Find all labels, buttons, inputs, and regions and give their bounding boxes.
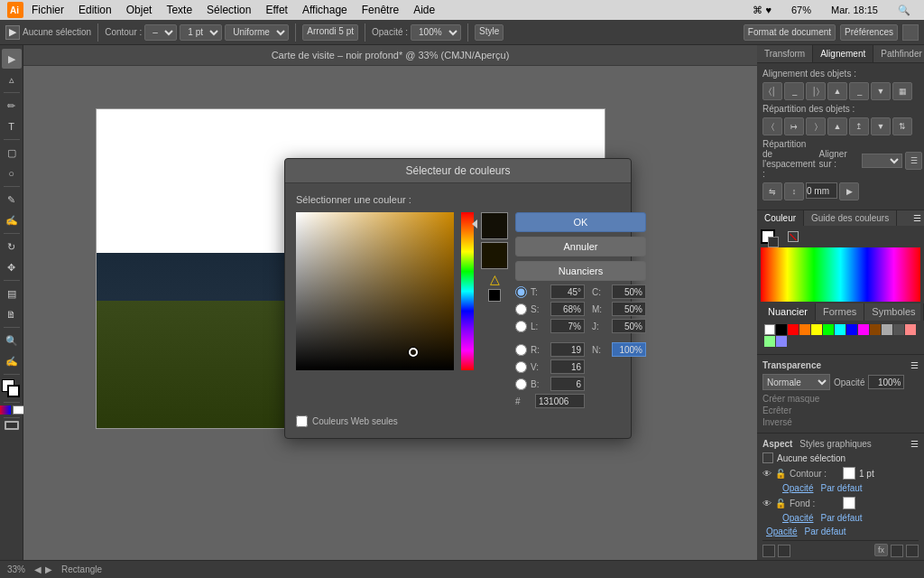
tab-nuancier[interactable]: Nuancier xyxy=(761,303,816,321)
scale-tool-btn[interactable]: ✥ xyxy=(2,257,22,277)
inverse-btn[interactable]: Inversé xyxy=(762,417,919,427)
align-center-v-btn[interactable]: ⎯ xyxy=(849,82,869,100)
tab-pathfinder[interactable]: Pathfinder xyxy=(873,45,924,62)
swatch-white[interactable] xyxy=(764,324,775,335)
distrib-bottom-btn[interactable]: ▼ xyxy=(871,117,891,135)
swatch-black[interactable] xyxy=(776,324,787,335)
hue-slider[interactable] xyxy=(461,212,474,370)
create-mask-btn[interactable]: Créer masque xyxy=(762,394,919,404)
fond-color-swatch[interactable] xyxy=(843,497,855,509)
gradient-square[interactable] xyxy=(296,212,454,370)
select-tool-btn[interactable]: ▶ xyxy=(2,49,22,69)
swatch-brown[interactable] xyxy=(870,324,881,335)
menu-affichage[interactable]: Affichage xyxy=(296,2,354,18)
R-radio[interactable] xyxy=(515,344,527,356)
swatch-darkgray[interactable] xyxy=(893,324,904,335)
tab-formes[interactable]: Formes xyxy=(816,303,864,321)
J-input[interactable] xyxy=(612,319,646,333)
tab-transform[interactable]: Transform xyxy=(757,45,813,62)
stroke-size-select[interactable]: 1 pt xyxy=(180,24,222,41)
color-spectrum[interactable] xyxy=(761,247,920,302)
gamut-color[interactable] xyxy=(488,289,501,302)
direct-select-btn[interactable]: ▵ xyxy=(2,70,22,89)
menu-edition[interactable]: Edition xyxy=(72,2,118,18)
tab-couleur[interactable]: Couleur xyxy=(757,210,804,226)
align-on-extra-btn[interactable]: ☰ xyxy=(905,152,921,170)
bg-swatch[interactable] xyxy=(768,237,779,247)
T-input[interactable] xyxy=(550,284,585,299)
swatch-gray[interactable] xyxy=(882,324,892,335)
fx-label[interactable]: fx xyxy=(874,545,888,557)
aspect-tool-2[interactable] xyxy=(778,545,790,557)
distrib-v-btn[interactable]: ↥ xyxy=(849,117,869,135)
spacing-input[interactable] xyxy=(806,182,837,199)
pencil-tool-btn[interactable]: ✍ xyxy=(2,210,22,230)
menu-fenetre[interactable]: Fenêtre xyxy=(356,2,405,18)
B-radio[interactable] xyxy=(515,378,527,390)
menu-fichier[interactable]: Fichier xyxy=(25,2,70,18)
gradient-tool-btn[interactable]: ▤ xyxy=(2,284,22,303)
menu-aide[interactable]: Aide xyxy=(407,2,441,18)
nuanciers-btn[interactable]: Nuanciers xyxy=(515,261,646,281)
align-right-btn[interactable]: │〉 xyxy=(806,82,826,100)
align-top-btn[interactable]: ▲ xyxy=(827,82,847,100)
none-swatch[interactable] xyxy=(788,231,799,242)
ecreter-btn[interactable]: Ecrêter xyxy=(762,406,919,415)
contour-color-swatch[interactable] xyxy=(843,467,855,480)
gamut-warning-icon[interactable]: △ xyxy=(490,272,500,286)
stroke-swatch[interactable] xyxy=(7,385,20,397)
align-extra-btn[interactable]: ▦ xyxy=(892,82,912,100)
R-input[interactable] xyxy=(550,342,585,357)
swatch-pink[interactable] xyxy=(905,324,916,335)
pen-tool-btn[interactable]: ✏ xyxy=(2,96,22,116)
swatch-lightblue[interactable] xyxy=(776,336,787,347)
ellipse-tool-btn[interactable]: ○ xyxy=(2,163,22,183)
aspect-menu[interactable]: ☰ xyxy=(910,439,919,449)
trans-menu[interactable]: ☰ xyxy=(910,360,919,370)
next-page-btn[interactable]: ▶ xyxy=(45,564,52,574)
swatch-blue[interactable] xyxy=(846,324,857,335)
format-document-btn[interactable]: Format de document xyxy=(744,24,836,41)
distrib-h-btn[interactable]: ↦ xyxy=(784,117,804,135)
swatch-orange[interactable] xyxy=(799,324,810,335)
N-input[interactable] xyxy=(612,342,646,357)
web-colors-checkbox[interactable] xyxy=(296,415,308,427)
opacity-input-trans[interactable] xyxy=(868,375,904,389)
style-dropdown[interactable]: Style xyxy=(475,24,504,41)
eyedropper-btn[interactable]: 🗎 xyxy=(2,304,22,324)
color-btn[interactable] xyxy=(0,406,11,415)
color-panel-menu[interactable]: ☰ xyxy=(910,210,924,226)
prev-page-btn[interactable]: ◀ xyxy=(34,564,42,574)
swatch-red[interactable] xyxy=(788,324,799,335)
rect-tool-btn[interactable]: ▢ xyxy=(2,143,22,163)
ok-btn[interactable]: OK xyxy=(515,212,646,232)
corner-dropdown[interactable]: Arrondi 5 pt xyxy=(302,24,358,41)
S-input[interactable] xyxy=(550,302,585,316)
preferences-btn[interactable]: Préférences xyxy=(840,24,898,41)
swatch-magenta[interactable] xyxy=(858,324,869,335)
M-input[interactable] xyxy=(612,302,646,316)
align-left-btn[interactable]: 〈│ xyxy=(762,82,782,100)
swatch-yellow[interactable] xyxy=(811,324,822,335)
blend-mode-select[interactable]: Normale xyxy=(762,374,830,390)
fx-btn[interactable]: fx xyxy=(874,544,888,556)
align-center-h-btn[interactable]: ⎯ xyxy=(784,82,804,100)
aspect-tool-1[interactable] xyxy=(762,545,775,557)
menu-objet[interactable]: Objet xyxy=(120,2,159,18)
swatch-green[interactable] xyxy=(823,324,834,335)
distrib-top-btn[interactable]: ▲ xyxy=(827,117,847,135)
opacity-select[interactable]: 100% xyxy=(411,24,461,41)
L-input[interactable] xyxy=(550,319,585,333)
tab-guide-couleurs[interactable]: Guide des couleurs xyxy=(804,210,897,226)
align-on-select[interactable] xyxy=(862,154,903,168)
L-radio[interactable] xyxy=(515,321,527,332)
fg-swatch[interactable] xyxy=(761,229,775,244)
C-input[interactable] xyxy=(612,284,646,299)
tab-alignement[interactable]: Alignement xyxy=(813,45,873,62)
fond-opacity-link[interactable]: Opacité xyxy=(782,513,813,523)
eye-contour[interactable]: 👁 xyxy=(762,469,772,479)
B-input[interactable] xyxy=(550,377,585,391)
aspect-tool-3[interactable] xyxy=(891,545,903,557)
distrib-extra-btn[interactable]: ⇅ xyxy=(892,117,912,135)
V-radio[interactable] xyxy=(515,361,527,373)
